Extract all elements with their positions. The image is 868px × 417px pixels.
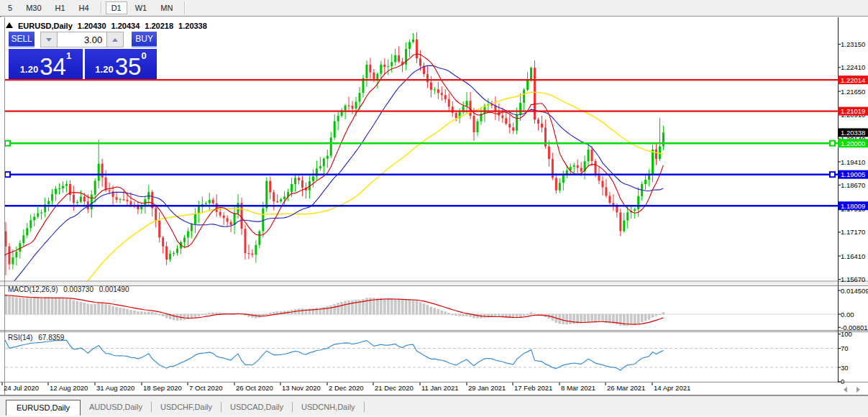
toolbar-separator (101, 1, 102, 14)
y-axis-tick-label: 1.21650 (841, 88, 865, 96)
y-axis-tick-label: 1.23150 (841, 40, 865, 48)
buy-button[interactable]: BUY (132, 32, 157, 47)
timeframe-toolbar: 5 M30 H1 H4 D1 W1 MN (0, 0, 868, 17)
tab-usdchf-daily[interactable]: USDCHF,Daily (152, 400, 221, 416)
hline-handle[interactable] (830, 141, 835, 146)
timeframe-button-m30[interactable]: M30 (20, 1, 47, 14)
sell-price-big: 34 (40, 56, 66, 78)
sell-button[interactable]: SELL (9, 32, 35, 47)
tab-divider (364, 402, 365, 412)
chart-tab-bar: EURUSD,Daily AUDUSD,Daily USDCHF,Daily U… (0, 395, 868, 416)
arrow-left-icon (844, 387, 847, 393)
rsi-axis-label: 100 (841, 330, 852, 338)
timeframe-button-mn[interactable]: MN (155, 1, 178, 14)
chart-symbol-label: EURUSD,Daily (18, 22, 73, 30)
y-axis-tick-label: 1.15670 (841, 275, 865, 283)
x-axis-date-label: 26 Oct 2020 (236, 384, 273, 392)
rsi-axis-label: 30 (841, 364, 849, 372)
x-axis-date-label: 29 Jan 2021 (468, 384, 506, 392)
volume-decrease-button[interactable] (41, 32, 57, 47)
price-line-label: 1.20000 (841, 139, 865, 147)
macd-axis-label: 0.00 (841, 311, 854, 319)
x-axis-date-label: 31 Aug 2020 (96, 384, 134, 392)
x-axis-date-label: 13 Nov 2020 (282, 384, 321, 392)
toolbar-separator (184, 1, 186, 14)
y-axis-tick-label: 1.19410 (841, 158, 865, 166)
buy-price-big: 35 (115, 56, 142, 78)
price-line-label: 1.22014 (841, 76, 865, 84)
hline-handle[interactable] (830, 172, 835, 177)
scroll-left-button[interactable] (840, 385, 850, 394)
tab-eurusd-daily[interactable]: EURUSD,Daily (6, 400, 81, 416)
buy-price-panel[interactable]: 1.20 35 0 (85, 49, 157, 79)
volume-increase-button[interactable] (107, 32, 123, 47)
timeframe-button-m5[interactable]: 5 (2, 1, 18, 14)
buy-price-pip: 0 (141, 50, 146, 61)
x-axis-date-label: 11 Jan 2021 (421, 384, 459, 392)
collapse-triangle-icon[interactable] (6, 22, 13, 28)
macd-signal-value: 0.001490 (99, 285, 129, 293)
x-axis-date-label: 12 Aug 2020 (50, 384, 88, 392)
ohlc-open: 1.20430 (78, 22, 106, 30)
hline-handle[interactable] (5, 141, 10, 146)
y-axis-tick-label: 1.18670 (841, 181, 865, 189)
ohlc-high: 1.20434 (111, 22, 140, 30)
x-axis-date-label: 8 Mar 2021 (561, 384, 595, 392)
chart-header: EURUSD,Daily 1.20430 1.20434 1.20218 1.2… (6, 21, 212, 31)
volume-input[interactable] (57, 32, 107, 47)
tab-audusd-daily[interactable]: AUDUSD,Daily (81, 400, 151, 416)
timeframe-button-h4[interactable]: H4 (73, 1, 95, 14)
x-axis-date-label: 14 Apr 2021 (654, 384, 690, 392)
rsi-name: RSI(14) (8, 334, 32, 342)
rsi-label: RSI(14) 67.8359 (8, 334, 68, 342)
price-line-label: 1.18009 (841, 202, 865, 210)
x-axis-date-label: 21 Dec 2020 (375, 384, 414, 392)
arrow-right-icon (856, 387, 860, 393)
price-line-label: 1.19005 (841, 170, 865, 178)
one-click-trading-panel: SELL BUY 1.20 34 1 1.20 35 0 (9, 32, 157, 79)
x-axis-date-label: 7 Oct 2020 (189, 384, 222, 392)
y-axis-tick-label: 1.16410 (841, 252, 865, 260)
tab-usdcnh-daily[interactable]: USDCNH,Daily (293, 400, 364, 416)
mt4-terminal: 5 M30 H1 H4 D1 W1 MN 1.231501.224101.216… (0, 0, 868, 417)
timeframe-button-d1[interactable]: D1 (106, 1, 127, 14)
triangle-down-icon (46, 38, 52, 42)
scroll-right-button[interactable] (853, 385, 863, 394)
sell-price-panel[interactable]: 1.20 34 1 (9, 49, 83, 79)
rsi-axis-label: 0 (841, 377, 844, 385)
macd-axis-label: 0.014509 (841, 287, 868, 295)
rsi-axis-label: 70 (841, 344, 849, 352)
ohlc-low: 1.20218 (145, 22, 173, 30)
x-axis-date-label: 17 Feb 2021 (514, 384, 552, 392)
x-axis-date-label: 2 Dec 2020 (329, 384, 364, 392)
macd-label: MACD(12,26,9) 0.003730 0.001490 (8, 285, 132, 293)
tab-usdcad-daily[interactable]: USDCAD,Daily (221, 400, 292, 416)
hline-handle[interactable] (5, 172, 10, 177)
triangle-up-icon (112, 38, 118, 42)
volume-spinner (40, 32, 124, 47)
y-axis-tick-label: 1.22410 (841, 63, 865, 71)
rsi-value: 67.8359 (38, 334, 64, 342)
y-axis-tick-label: 1.17170 (841, 228, 865, 236)
buy-price-prefix: 1.20 (95, 64, 113, 75)
macd-name: MACD(12,26,9) (8, 285, 58, 293)
macd-main-value: 0.003730 (63, 285, 93, 293)
x-axis-date-label: 26 Mar 2021 (607, 384, 645, 392)
timeframe-button-h1[interactable]: H1 (50, 1, 71, 14)
sell-price-pip: 1 (66, 50, 71, 61)
x-axis-date-label: 18 Sep 2020 (143, 384, 182, 392)
ohlc-close: 1.20338 (178, 22, 207, 30)
price-line-label: 1.21019 (841, 107, 865, 115)
sell-price-prefix: 1.20 (20, 64, 38, 75)
x-axis-date-label: 24 Jul 2020 (4, 384, 39, 392)
timeframe-button-w1[interactable]: W1 (129, 1, 153, 14)
price-line-label: 1.20338 (841, 129, 865, 137)
